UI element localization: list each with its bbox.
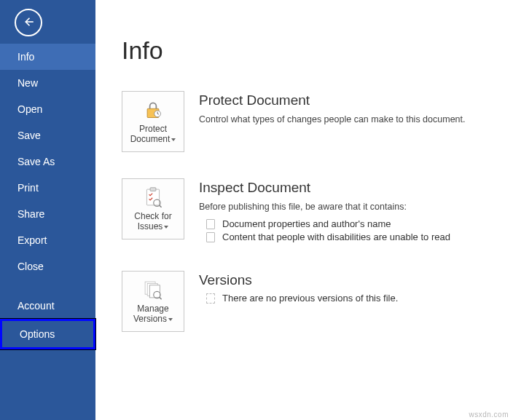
versions-section: Manage Versions Versions There are no pr… (122, 271, 513, 332)
list-item: Content that people with disabilities ar… (206, 231, 513, 242)
document-icon (206, 219, 215, 229)
sidebar-item-save[interactable]: Save (0, 122, 95, 148)
protect-document-section: Protect Document Protect Document Contro… (122, 91, 513, 152)
protect-button-label-2: Document (130, 134, 171, 144)
sidebar-item-label: Close (17, 261, 44, 272)
inspect-button-label-1: Check for (134, 211, 171, 221)
lock-icon (143, 98, 163, 122)
versions-empty-row: There are no previous versions of this f… (206, 293, 513, 304)
versions-empty-text: There are no previous versions of this f… (222, 293, 398, 304)
sidebar-item-label: Info (17, 51, 34, 63)
inspect-desc: Before publishing this file, be aware th… (199, 200, 513, 214)
check-for-issues-button[interactable]: Check for Issues (122, 178, 184, 239)
backstage-sidebar: InfoNewOpenSaveSave AsPrintShareExportCl… (0, 0, 95, 420)
versions-title: Versions (199, 272, 513, 288)
sidebar-item-label: Print (17, 182, 39, 194)
sidebar-item-new[interactable]: New (0, 70, 95, 96)
watermark-text: wsxdn.com (469, 411, 509, 419)
sidebar-item-open[interactable]: Open (0, 96, 95, 122)
protect-title: Protect Document (199, 92, 513, 108)
page-title: Info (122, 36, 513, 65)
versions-icon (143, 278, 163, 301)
list-item: Document properties and author's name (206, 218, 513, 229)
protect-document-button[interactable]: Protect Document (122, 91, 184, 152)
manage-versions-button[interactable]: Manage Versions (122, 271, 184, 332)
svg-line-10 (160, 297, 162, 299)
sidebar-item-label: Export (17, 234, 47, 246)
sidebar-item-save-as[interactable]: Save As (0, 148, 95, 175)
svg-rect-3 (150, 188, 156, 191)
sidebar-item-print[interactable]: Print (0, 175, 95, 201)
protect-desc: Control what types of changes people can… (199, 113, 513, 127)
sidebar-item-label: Options (20, 328, 55, 340)
sidebar-item-label: Open (17, 103, 42, 115)
versions-button-label-2: Versions (133, 314, 167, 324)
document-icon (206, 293, 215, 304)
sidebar-item-share[interactable]: Share (0, 201, 95, 227)
sidebar-item-label: New (17, 77, 38, 89)
sidebar-item-account[interactable]: Account (0, 293, 95, 319)
svg-rect-2 (146, 189, 159, 205)
sidebar-item-label: Save (17, 130, 41, 141)
sidebar-item-close[interactable]: Close (0, 253, 95, 280)
inspect-title: Inspect Document (199, 180, 513, 196)
info-panel: Info Protect Document Protect Document C… (95, 0, 513, 420)
sidebar-item-label: Account (17, 300, 55, 312)
list-item-text: Document properties and author's name (222, 218, 391, 229)
sidebar-item-label: Save As (17, 156, 55, 167)
protect-button-label-1: Protect (139, 124, 167, 134)
inspect-document-section: Check for Issues Inspect Document Before… (122, 178, 513, 245)
back-button[interactable] (15, 9, 42, 36)
sidebar-item-info[interactable]: Info (0, 44, 95, 70)
svg-line-5 (160, 205, 162, 207)
list-item-text: Content that people with disabilities ar… (222, 231, 450, 242)
sidebar-item-label: Share (17, 208, 44, 220)
inspect-button-label-2: Issues (138, 221, 163, 231)
checklist-icon (144, 186, 162, 209)
back-arrow-icon (22, 15, 35, 31)
chevron-down-icon (164, 226, 168, 229)
chevron-down-icon (168, 318, 173, 321)
sidebar-item-export[interactable]: Export (0, 227, 95, 253)
versions-button-label-1: Manage (137, 304, 168, 314)
sidebar-item-options[interactable]: Options (0, 319, 95, 349)
chevron-down-icon (171, 138, 176, 141)
document-icon (206, 232, 215, 242)
